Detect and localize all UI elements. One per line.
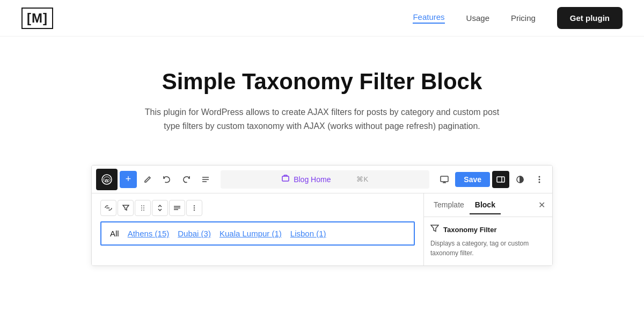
filter-all[interactable]: All xyxy=(110,229,119,238)
svg-point-14 xyxy=(539,181,540,183)
svg-point-19 xyxy=(143,207,144,208)
svg-point-27 xyxy=(194,210,195,211)
nav-features[interactable]: Features xyxy=(413,12,444,24)
link-block-btn[interactable] xyxy=(100,200,116,216)
svg-point-21 xyxy=(143,210,144,211)
panel-tabs: Template Block ✕ xyxy=(424,193,552,217)
svg-point-20 xyxy=(141,210,142,211)
wp-logo: W xyxy=(96,169,118,190)
drag-block-btn[interactable] xyxy=(135,200,151,216)
filter-lisbon-count: (1) xyxy=(316,229,326,238)
get-plugin-button[interactable]: Get plugin xyxy=(557,7,623,29)
add-block-button[interactable]: + xyxy=(120,171,137,188)
main-nav: Features Usage Pricing Get plugin xyxy=(413,7,623,29)
svg-point-13 xyxy=(539,178,540,180)
panel-block-description: Displays a category, tag or custom taxon… xyxy=(430,239,546,258)
editor-container: W + xyxy=(91,165,553,266)
pencil-button[interactable] xyxy=(139,171,156,188)
toolbar-right: Save xyxy=(436,171,548,188)
panel-block-title: Taxonomy Filter xyxy=(443,226,496,234)
filter-kuala-lumpur-count: (1) xyxy=(272,229,282,238)
hero-title: Simple Taxonomy Filter Block xyxy=(11,69,633,95)
logo: [M] xyxy=(21,8,53,29)
taxonomy-filter-icon xyxy=(430,225,439,234)
address-bar[interactable]: Blog Home ⌘K xyxy=(221,170,429,189)
address-icon xyxy=(282,175,289,184)
filter-lisbon[interactable]: Lisbon (1) xyxy=(290,229,326,238)
panel-close-button[interactable]: ✕ xyxy=(535,199,548,212)
filter-athens[interactable]: Athens (15) xyxy=(128,229,170,238)
editor-content: All Athens (15) Dubai (3) Kuala Lumpur (… xyxy=(92,193,423,265)
panel-block-header: Taxonomy Filter xyxy=(430,225,546,234)
nav-usage[interactable]: Usage xyxy=(466,13,489,23)
svg-point-16 xyxy=(141,205,142,206)
tab-block[interactable]: Block xyxy=(470,196,501,214)
hero-description: This plugin for WordPress allows to crea… xyxy=(140,105,504,133)
hero-section: Simple Taxonomy Filter Block This plugin… xyxy=(0,37,644,154)
list-view-button[interactable] xyxy=(197,171,214,188)
redo-button[interactable] xyxy=(178,171,195,188)
align-block-btn[interactable] xyxy=(169,200,185,216)
svg-point-18 xyxy=(141,207,142,208)
panel-content: Taxonomy Filter Displays a category, tag… xyxy=(424,217,552,265)
svg-rect-9 xyxy=(497,177,504,182)
more-options-button[interactable] xyxy=(531,171,548,188)
tab-template[interactable]: Template xyxy=(428,196,470,214)
contrast-button[interactable] xyxy=(511,171,529,188)
filter-dubai-count: (3) xyxy=(201,229,211,238)
svg-rect-5 xyxy=(282,176,289,181)
address-label: Blog Home xyxy=(294,175,331,184)
monitor-button[interactable] xyxy=(436,171,453,188)
svg-text:W: W xyxy=(105,178,109,183)
editor-body: All Athens (15) Dubai (3) Kuala Lumpur (… xyxy=(92,193,552,265)
svg-rect-6 xyxy=(441,176,448,182)
filter-block: All Athens (15) Dubai (3) Kuala Lumpur (… xyxy=(100,221,415,246)
filter-dubai[interactable]: Dubai (3) xyxy=(178,229,211,238)
filter-block-btn[interactable] xyxy=(118,200,134,216)
block-toolbar xyxy=(100,200,415,216)
save-button[interactable]: Save xyxy=(455,172,490,187)
arrows-block-btn[interactable] xyxy=(152,200,168,216)
svg-point-17 xyxy=(143,205,144,206)
svg-point-25 xyxy=(194,205,195,207)
undo-button[interactable] xyxy=(158,171,175,188)
editor-wrapper: W + xyxy=(0,154,644,266)
keyboard-shortcut: ⌘K xyxy=(356,175,368,183)
sidebar-toggle-button[interactable] xyxy=(492,171,509,188)
svg-point-12 xyxy=(539,176,540,177)
filter-kuala-lumpur[interactable]: Kuala Lumpur (1) xyxy=(219,229,282,238)
editor-panel: Template Block ✕ Taxonomy Filter Display… xyxy=(423,193,552,265)
svg-point-26 xyxy=(194,207,195,209)
editor-toolbar: W + xyxy=(92,166,552,193)
filter-athens-count: (15) xyxy=(155,229,170,238)
nav-pricing[interactable]: Pricing xyxy=(511,13,536,23)
more-block-btn[interactable] xyxy=(186,200,202,216)
